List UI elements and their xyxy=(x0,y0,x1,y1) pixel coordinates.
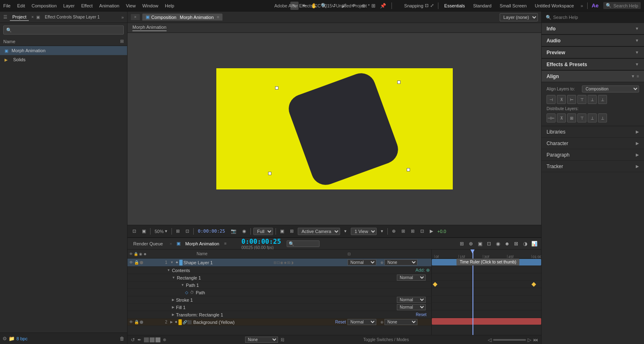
solo-dot-2[interactable] xyxy=(140,321,143,324)
menu-file[interactable]: File xyxy=(3,3,11,8)
nav-essentials[interactable]: Essentials xyxy=(442,2,466,9)
align-left-btn[interactable]: ⊣ xyxy=(547,95,556,104)
tracker-item[interactable]: Tracker ▶ xyxy=(542,161,644,172)
expand-rect1[interactable]: ▼ xyxy=(172,276,175,279)
quality-select[interactable]: Full xyxy=(253,228,273,235)
color-swatch-3[interactable] xyxy=(155,337,160,342)
keyframe-start[interactable] xyxy=(433,282,437,286)
motion-blur-btn[interactable]: ◉ xyxy=(241,228,248,235)
menu-composition[interactable]: Composition xyxy=(32,3,57,8)
preview-play-btn[interactable]: ▶ xyxy=(428,228,435,235)
timeline-comp-tab[interactable]: Morph Animation xyxy=(183,240,222,247)
reset-btn-2[interactable]: Reset xyxy=(335,320,346,324)
panel-menu-icon[interactable]: ☰ xyxy=(3,14,7,20)
color-swatch-1[interactable] xyxy=(144,337,149,342)
graph-editor-icon[interactable]: 📊 xyxy=(530,240,538,247)
render-queue-tab[interactable]: Render Queue xyxy=(131,240,165,247)
views-select[interactable]: 1 View xyxy=(351,228,377,235)
transparency-btn[interactable]: ▣ xyxy=(278,228,286,235)
camera-view-select[interactable]: Active Camera xyxy=(298,228,340,235)
dist-left-btn[interactable]: ⊣⊢ xyxy=(547,113,556,122)
menu-layer[interactable]: Layer xyxy=(63,3,75,8)
import-icon[interactable]: ⊞ xyxy=(120,39,124,44)
menu-view[interactable]: View xyxy=(126,3,136,8)
motion-blur-bottom[interactable]: ⊕ xyxy=(163,337,166,342)
handle-top-right[interactable] xyxy=(397,81,401,84)
menu-help[interactable]: Help xyxy=(165,3,174,8)
effects-presets-header[interactable]: Effects & Presets ▼ xyxy=(542,59,644,70)
layer-1-track-bar[interactable] xyxy=(432,259,541,266)
layer-select[interactable]: Layer (none) xyxy=(500,13,538,21)
rect1-mode-select[interactable]: Normal xyxy=(397,275,426,281)
dist-top-btn[interactable]: ⊤ xyxy=(577,113,586,122)
bpc-label[interactable]: 8 bpc xyxy=(16,336,28,341)
solo-dot-1[interactable] xyxy=(140,261,143,264)
eye-toggle-1[interactable]: 👁 xyxy=(129,260,133,265)
layer-search-input[interactable] xyxy=(287,240,320,247)
puppet-tool[interactable]: ⊞ xyxy=(369,2,378,10)
handle-bottom-left[interactable] xyxy=(268,172,271,175)
resolution-select[interactable]: ⊡ xyxy=(184,228,191,235)
view-dropdown[interactable]: ▾ xyxy=(343,228,348,235)
parent-select-bottom[interactable]: None xyxy=(245,337,278,343)
comp-flow-icon[interactable]: ⊞ xyxy=(458,240,466,247)
reset-btn[interactable]: Reset xyxy=(416,312,426,317)
output-module-btn[interactable]: ⊞ xyxy=(400,228,407,235)
render-queue-icon[interactable]: ⊕ xyxy=(467,240,475,247)
layer-row-stroke1[interactable]: ▶ Stroke 1 Normal xyxy=(127,296,431,304)
dist-center-v-btn[interactable]: ⊥ xyxy=(588,113,597,122)
overlay-btn[interactable]: ⊡ xyxy=(419,228,426,235)
menu-window[interactable]: Window xyxy=(142,3,158,8)
zoom-in-icon[interactable]: ▷ xyxy=(528,337,531,343)
search-box[interactable]: 🔍 Search Help xyxy=(603,2,641,9)
menu-effect[interactable]: Effect xyxy=(81,3,93,8)
nav-standard[interactable]: Standard xyxy=(471,2,493,9)
camera-icon[interactable]: 📷 xyxy=(229,228,238,235)
nav-untitled-workspace[interactable]: Untitled Workspace xyxy=(533,2,576,9)
region-of-interest-btn[interactable]: ⊡ xyxy=(131,228,138,235)
expand-arrow-1[interactable]: ▼ xyxy=(170,261,174,264)
layer-row-fill1[interactable]: ▶ Fill 1 Normal xyxy=(127,304,431,311)
dist-right-btn[interactable]: ⊞ xyxy=(567,113,576,122)
grid-btn[interactable]: ⊞ xyxy=(409,228,416,235)
expand-transform-rect[interactable]: ▶ xyxy=(172,313,174,316)
dist-center-h-btn[interactable]: ⊼ xyxy=(557,113,566,122)
key-icon[interactable]: ◇ xyxy=(185,290,188,295)
panel-options-icon[interactable]: » xyxy=(121,15,124,20)
align-target-select[interactable]: Composition xyxy=(582,85,639,92)
project-item-solids[interactable]: ▶ Solids xyxy=(0,55,127,64)
motion-blur-tl-icon[interactable]: ◑ xyxy=(521,240,529,247)
project-tab[interactable]: Project xyxy=(10,14,29,21)
snapping-control[interactable]: Snapping ⊡ ⤢ xyxy=(404,3,434,8)
layer-row-rect1[interactable]: ▼ Rectangle 1 Normal xyxy=(127,274,431,282)
align-options-icon[interactable]: ≡ xyxy=(637,74,639,78)
preview-section-header[interactable]: Preview ▼ xyxy=(542,47,644,58)
timeline-tab-options[interactable]: ≡ xyxy=(224,241,227,246)
comp-viewer-settings-btn[interactable]: ▣ xyxy=(140,228,148,235)
effect-controls-tab[interactable]: Effect Controls Shape Layer 1 xyxy=(42,14,102,20)
create-null-icon[interactable]: ⊡ xyxy=(485,240,493,247)
expand-arrow-2[interactable]: ▶ xyxy=(170,320,173,324)
new-folder-icon[interactable]: 📁 xyxy=(9,336,15,342)
expand-stroke1[interactable]: ▶ xyxy=(172,298,174,302)
solo-icon[interactable]: ◉ xyxy=(494,240,502,247)
layer-row-transform-rect1[interactable]: ▶ Transform: Rectangle 1 Reset xyxy=(127,311,431,319)
view-options-btn[interactable]: ▾ xyxy=(379,228,385,235)
layer-row-shape[interactable]: 👁 🔒 1 ▼ ✦ Shape Layer 1 ⊞⊡◉☻⊠◑ xyxy=(127,259,431,267)
menu-edit[interactable]: Edit xyxy=(17,3,25,8)
timeline-tracks[interactable]: 0f 15f 30f 45f 01:00f 15f 30f 45f 02:00f… xyxy=(432,249,541,335)
composition-viewer[interactable] xyxy=(127,33,541,225)
align-top-btn[interactable]: ⊤ xyxy=(577,95,586,104)
render-btn[interactable]: ⊕ xyxy=(390,228,397,235)
pin-tool[interactable]: 📌 xyxy=(379,2,387,10)
handle-top-left[interactable] xyxy=(275,86,278,90)
zoom-display[interactable]: 50% ▾ xyxy=(153,228,169,235)
eye-toggle-2[interactable]: 👁 xyxy=(129,320,133,324)
align-center-v-btn[interactable]: ⊥ xyxy=(588,95,597,104)
go-start-btn[interactable]: ⏮ xyxy=(533,337,538,343)
align-center-h-btn[interactable]: ⊼ xyxy=(557,95,566,104)
info-section-header[interactable]: Info ▼ xyxy=(542,23,644,35)
pixel-aspect-btn[interactable]: ⊞ xyxy=(288,228,295,235)
lock-toggle-2[interactable]: 🔒 xyxy=(134,320,139,324)
color-swatch-2[interactable] xyxy=(150,337,155,342)
